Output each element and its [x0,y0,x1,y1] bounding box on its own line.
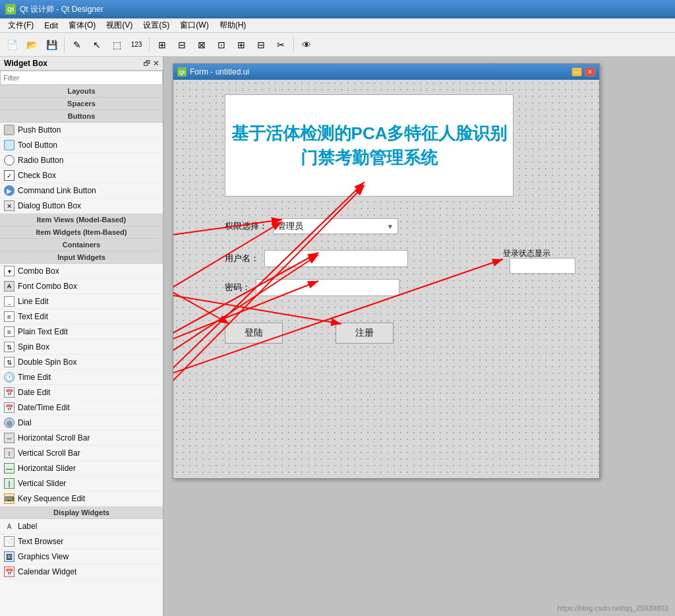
widget-font-combo-box[interactable]: A Font Combo Box [0,279,163,294]
widget-time-edit[interactable]: 🕐 Time Edit [0,370,163,385]
toolbar-edit-btn[interactable]: ✎ [68,36,86,54]
widget-push-button[interactable]: Push Button [0,123,163,138]
toolbar-layout1-btn[interactable]: ⊞ [153,36,171,54]
menu-file[interactable]: 文件(F) [3,18,39,32]
title-bar: Qt Qt 设计师 - Qt Designer [0,0,675,18]
combo-arrow-icon: ▼ [387,223,394,230]
widget-dialog-button-box[interactable]: ✕ Dialog Button Box [0,199,163,214]
horizontal-slider-icon: — [4,463,15,474]
time-edit-label: Time Edit [18,373,51,382]
menu-window[interactable]: 窗口(W) [175,18,214,32]
widget-radio-button[interactable]: Radio Button [0,153,163,168]
category-item-views: Item Views (Model-Based) [0,214,163,226]
key-sequence-edit-label: Key Sequence Edit [18,494,85,503]
permission-combo-value: 管理员 [278,220,303,232]
combo-box-icon: ▾ [4,266,15,276]
widget-spin-box[interactable]: ⇅ Spin Box [0,340,163,355]
font-combo-box-label: Font Combo Box [18,282,77,291]
form-title-left: Qt Form - untitled.ui [177,67,249,77]
widget-key-sequence-edit[interactable]: ⌨ Key Sequence Edit [0,491,163,507]
form-close-btn[interactable]: ✕ [585,67,595,77]
widget-tool-button[interactable]: Tool Button [0,138,163,153]
time-edit-icon: 🕐 [4,372,15,383]
svg-line-1 [173,212,229,324]
text-edit-icon: ≡ [4,311,15,322]
widget-horizontal-slider[interactable]: — Horizontal Slider [0,461,163,476]
btn-row: 登陆 注册 [225,323,394,344]
vertical-scrollbar-icon: ↕ [4,448,15,458]
menu-help[interactable]: 帮助(H) [214,18,252,32]
toolbar-grid2-btn[interactable]: ⊟ [252,36,270,54]
toolbar-new-btn[interactable]: 📄 [3,36,21,54]
widget-line-edit[interactable]: _ Line Edit [0,294,163,309]
widget-calendar-widget[interactable]: 📅 Calendar Widget [0,565,163,580]
widget-check-box[interactable]: ✓ Check Box [0,168,163,183]
font-combo-box-icon: A [4,281,15,292]
toolbar-pointer-btn[interactable]: ↖ [88,36,106,54]
register-button[interactable]: 注册 [336,323,394,344]
line-edit-icon: _ [4,296,15,307]
category-layouts: Layouts [0,85,163,98]
widget-combo-box[interactable]: ▾ Combo Box [0,264,163,279]
form-minimize-btn[interactable]: — [572,67,582,77]
horizontal-scrollbar-icon: ↔ [4,433,15,443]
toolbar-layout3-btn[interactable]: ⊠ [192,36,211,54]
widget-box-header-actions: 🗗 ✕ [143,59,159,68]
tool-button-label: Tool Button [18,140,57,150]
widget-list: Layouts Spacers Buttons Push Button Tool… [0,85,163,616]
menu-edit[interactable]: Edit [39,20,63,32]
toolbar-sep-2 [149,37,150,53]
watermark: https://blog.csdn.net/qq_25939803 [557,604,668,612]
dialog-button-box-label: Dialog Button Box [18,201,81,210]
widget-double-spin-box[interactable]: ⇅ Double Spin Box [0,355,163,370]
toolbar-sep-3 [293,37,294,53]
widget-text-browser[interactable]: 📄 Text Browser [0,534,163,549]
toolbar-sep-1 [64,37,65,53]
toolbar-layout2-btn[interactable]: ⊟ [173,36,191,54]
form-title-text: 基于活体检测的PCA多特征人脸识别门禁考勤管理系统 [225,121,513,169]
toolbar-grid-btn[interactable]: ⊞ [232,36,250,54]
toolbar: 📄 📂 💾 ✎ ↖ ⬚ 123 ⊞ ⊟ ⊠ ⊡ ⊞ ⊟ ✂ 👁 [0,33,675,57]
toolbar-break-btn[interactable]: ✂ [272,36,290,54]
toolbar-open-btn[interactable]: 📂 [22,36,41,54]
login-button-label: 登陆 [245,327,263,339]
push-button-icon [4,125,15,135]
widget-date-edit[interactable]: 📅 Date Edit [0,385,163,400]
toolbar-save-btn[interactable]: 💾 [42,36,61,54]
password-input[interactable] [256,279,399,296]
push-button-label: Push Button [18,125,61,135]
form-content: 基于活体检测的PCA多特征人脸识别门禁考勤管理系统 权限选择： 管理员 ▼ 用户… [173,80,599,478]
datetime-edit-label: Date/Time Edit [18,403,70,412]
widget-box-close-btn[interactable]: ✕ [153,59,159,68]
widget-vertical-slider[interactable]: | Vertical Slider [0,476,163,491]
filter-input[interactable] [0,71,163,85]
widget-box-float-btn[interactable]: 🗗 [143,59,150,68]
widget-box-title: Widget Box [4,59,47,68]
form-titlebar-btns: — ✕ [572,67,595,77]
widget-label[interactable]: A Label [0,519,163,534]
widget-command-link-button[interactable]: ▶ Command Link Button [0,183,163,199]
toolbar-widget-btn[interactable]: ⬚ [107,36,126,54]
toolbar-123-btn[interactable]: 123 [127,36,146,54]
widget-vertical-scrollbar[interactable]: ↕ Vertical Scroll Bar [0,446,163,461]
widget-graphics-view[interactable]: 🖼 Graphics View [0,549,163,565]
toolbar-preview-btn[interactable]: 👁 [297,36,316,54]
combo-box-label: Combo Box [18,266,59,276]
widget-text-edit[interactable]: ≡ Text Edit [0,309,163,324]
menu-view[interactable]: 视图(V) [101,18,138,32]
login-button[interactable]: 登陆 [225,323,283,344]
widget-datetime-edit[interactable]: 📅 Date/Time Edit [0,400,163,416]
widget-plain-text-edit[interactable]: ≡ Plain Text Edit [0,324,163,340]
category-input-widgets: Input Widgets [0,251,163,264]
app-title: Qt 设计师 - Qt Designer [20,4,103,15]
widget-box: Widget Box 🗗 ✕ Layouts Spacers Buttons P… [0,57,163,616]
category-containers: Containers [0,239,163,251]
toolbar-layout4-btn[interactable]: ⊡ [212,36,231,54]
menu-form[interactable]: 窗体(O) [63,18,101,32]
username-input[interactable] [264,250,408,267]
widget-dial[interactable]: ◎ Dial [0,416,163,431]
permission-combo[interactable]: 管理员 ▼ [273,218,398,234]
menu-settings[interactable]: 设置(S) [138,18,175,32]
widget-horizontal-scrollbar[interactable]: ↔ Horizontal Scroll Bar [0,431,163,446]
category-spacers: Spacers [0,98,163,110]
